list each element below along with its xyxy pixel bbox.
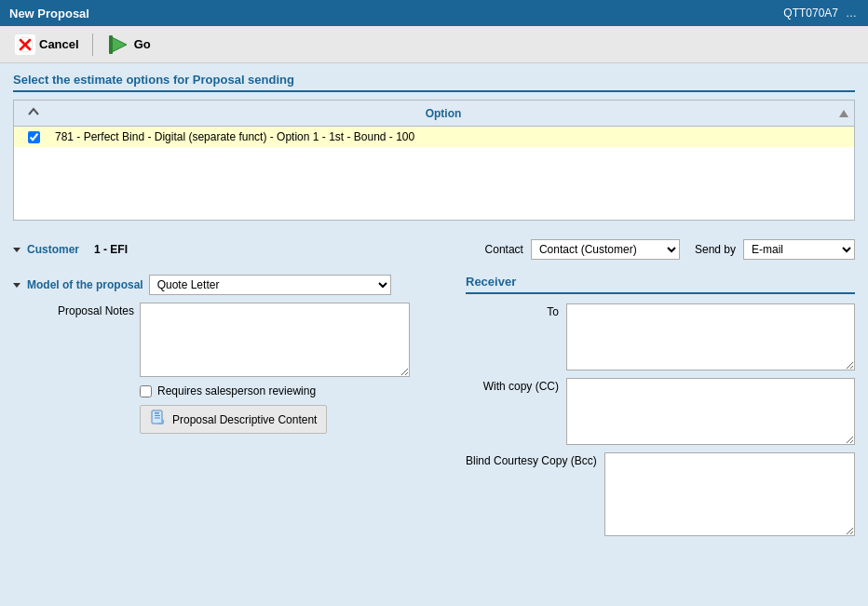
- salesperson-checkbox-row: Requires salesperson reviewing: [140, 384, 451, 397]
- to-label: To: [466, 303, 559, 318]
- model-row: Model of the proposal Quote Letter Estim…: [13, 275, 451, 295]
- customer-chevron-icon[interactable]: [13, 248, 20, 252]
- proposal-notes-textarea[interactable]: [140, 303, 410, 377]
- send-by-label: Send by: [695, 243, 736, 256]
- table-row[interactable]: 781 - Perfect Bind - Digital (separate f…: [14, 127, 854, 147]
- to-textarea[interactable]: [566, 303, 855, 370]
- options-table-body: 781 - Perfect Bind - Digital (separate f…: [14, 127, 854, 220]
- option-col-header[interactable]: Option: [55, 107, 832, 120]
- toolbar-separator: [92, 34, 93, 56]
- salesperson-label: Requires salesperson reviewing: [157, 384, 316, 397]
- cc-textarea[interactable]: [566, 378, 855, 445]
- svg-rect-7: [155, 412, 159, 414]
- customer-label: Customer: [13, 243, 79, 256]
- cancel-label: Cancel: [39, 37, 79, 51]
- proposal-notes-label: Proposal Notes: [13, 303, 134, 317]
- salesperson-checkbox[interactable]: [140, 385, 152, 397]
- estimate-section-title: Select the estimate options for Proposal…: [13, 73, 855, 92]
- option-col-label: Option: [426, 107, 462, 120]
- cancel-button[interactable]: Cancel: [9, 33, 85, 57]
- title-bar-right: QTT070A7 …: [783, 7, 859, 20]
- model-label: Model of the proposal: [13, 278, 143, 291]
- form-right: Receiver To With copy (CC) Blind Courtes…: [466, 275, 855, 544]
- customer-value: 1 - EFI: [94, 243, 128, 256]
- cc-row: With copy (CC): [466, 378, 855, 445]
- model-chevron-icon[interactable]: [13, 283, 20, 288]
- pdc-button[interactable]: Proposal Descriptive Content: [140, 405, 327, 434]
- contact-label: Contact: [485, 243, 523, 256]
- go-button[interactable]: Go: [101, 31, 156, 59]
- pdc-button-label: Proposal Descriptive Content: [172, 413, 317, 426]
- toolbar: Cancel Go: [0, 26, 868, 63]
- svg-rect-9: [155, 418, 160, 419]
- contact-dropdown[interactable]: Contact (Customer) Other: [531, 239, 680, 260]
- model-dropdown[interactable]: Quote Letter Estimate Invoice: [149, 275, 391, 295]
- row-checkbox-wrap[interactable]: [20, 131, 47, 143]
- options-table: Option 781 - Perfect Bind - Digital (sep…: [13, 100, 855, 221]
- customer-row: Customer 1 - EFI Contact Contact (Custom…: [13, 234, 855, 265]
- pdc-icon: [150, 410, 167, 429]
- svg-rect-5: [109, 35, 113, 54]
- form-left: Model of the proposal Quote Letter Estim…: [13, 275, 451, 544]
- main-content: Select the estimate options for Proposal…: [0, 63, 868, 606]
- title-bar: New Proposal QTT070A7 …: [0, 0, 868, 26]
- svg-rect-8: [155, 415, 160, 416]
- form-area: Model of the proposal Quote Letter Estim…: [13, 275, 855, 544]
- sort-arrow-up-icon: [839, 110, 848, 117]
- check-col-header: [20, 104, 47, 122]
- go-label: Go: [134, 37, 151, 51]
- model-label-text: Model of the proposal: [27, 278, 143, 291]
- window-title: New Proposal: [9, 7, 89, 20]
- bcc-label: Blind Courtesy Copy (Bcc): [466, 452, 597, 467]
- contact-section: Contact Contact (Customer) Other: [485, 239, 680, 260]
- cancel-icon: [15, 34, 35, 55]
- proposal-code: QTT070A7: [783, 7, 838, 20]
- row-checkbox[interactable]: [28, 131, 40, 143]
- to-row: To: [466, 303, 855, 370]
- customer-label-text: Customer: [27, 243, 79, 256]
- title-menu-dots[interactable]: …: [846, 7, 859, 20]
- send-by-dropdown[interactable]: E-mail Print Fax: [743, 239, 855, 260]
- send-by-section: Send by E-mail Print Fax: [695, 239, 855, 260]
- go-icon: [106, 33, 130, 57]
- row-option-text: 781 - Perfect Bind - Digital (separate f…: [55, 130, 848, 143]
- bcc-row: Blind Courtesy Copy (Bcc): [466, 452, 855, 536]
- options-table-header: Option: [14, 101, 854, 127]
- cc-label: With copy (CC): [466, 378, 559, 393]
- receiver-title: Receiver: [466, 275, 855, 294]
- sort-arrow-col: [839, 107, 848, 120]
- sort-icon: [26, 104, 41, 122]
- bcc-textarea[interactable]: [604, 452, 855, 536]
- proposal-notes-row: Proposal Notes: [13, 303, 451, 377]
